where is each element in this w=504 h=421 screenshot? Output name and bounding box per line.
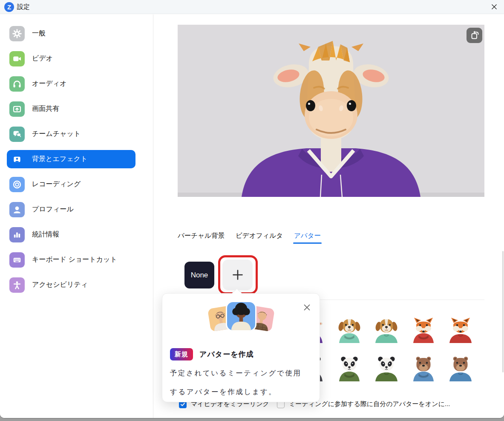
accessibility-icon bbox=[12, 280, 22, 290]
avatar-option-panda-hoodie[interactable] bbox=[336, 355, 363, 381]
avatar-option-dog-tshirt[interactable] bbox=[373, 317, 400, 343]
sidebar-item-screen-share[interactable]: 画面共有 bbox=[7, 100, 135, 118]
video-icon bbox=[12, 54, 22, 64]
sidebar-item-label: 統計情報 bbox=[32, 230, 59, 239]
create-avatar-popover: 新規 アバターを作成 予定されているミーティングで使用 するアバターを作成します… bbox=[162, 293, 320, 402]
tab-ビデオフィルタ[interactable]: ビデオフィルタ bbox=[236, 231, 283, 244]
keyboard-icon bbox=[12, 255, 22, 265]
sidebar-item-gear[interactable]: 一般 bbox=[7, 24, 135, 43]
sidebar-item-label: キーボード ショートカット bbox=[32, 255, 117, 264]
window-title: 設定 bbox=[17, 3, 30, 11]
gear-icon bbox=[12, 29, 22, 39]
sidebar-item-stats[interactable]: 統計情報 bbox=[7, 225, 135, 244]
background-icon bbox=[12, 154, 22, 164]
cow-avatar-image bbox=[178, 25, 484, 197]
sidebar-item-label: アクセシビリティ bbox=[32, 280, 88, 289]
avatar-option-beaver-hoodie[interactable] bbox=[410, 355, 437, 381]
add-avatar-button[interactable] bbox=[222, 260, 253, 290]
sidebar-item-chat[interactable]: チームチャット bbox=[7, 125, 135, 143]
stats-icon bbox=[12, 230, 22, 240]
sidebar-item-label: 一般 bbox=[32, 29, 46, 38]
avatar-option-fox-hoodie[interactable] bbox=[410, 317, 437, 343]
sidebar-item-label: 画面共有 bbox=[32, 104, 59, 113]
headphones-icon bbox=[12, 79, 22, 89]
popover-title: アバターを作成 bbox=[199, 349, 254, 359]
settings-sidebar: 一般ビデオオーディオ画面共有チームチャット背景とエフェクトレコーディングプロフィ… bbox=[0, 14, 153, 418]
avatar-examples-image bbox=[162, 302, 320, 348]
sidebar-item-record[interactable]: レコーディング bbox=[7, 175, 135, 193]
avatar-none-button[interactable]: None bbox=[184, 262, 214, 288]
rotate-icon bbox=[469, 30, 480, 41]
sidebar-item-profile[interactable]: プロフィール bbox=[7, 200, 135, 219]
tab-activeアバター[interactable]: アバター bbox=[294, 231, 321, 244]
animal-avatar-grid bbox=[299, 317, 474, 381]
record-icon bbox=[12, 179, 22, 190]
sidebar-item-keyboard[interactable]: キーボード ショートカット bbox=[7, 251, 135, 269]
rotate-avatar-button[interactable] bbox=[467, 28, 482, 43]
effects-tabs: バーチャル背景ビデオフィルタアバター bbox=[178, 231, 321, 244]
vertical-scrollbar[interactable] bbox=[502, 251, 504, 372]
screen-share-icon bbox=[12, 104, 22, 114]
sidebar-item-label: 背景とエフェクト bbox=[32, 155, 87, 164]
avatar-option-dog-hoodie[interactable] bbox=[336, 317, 363, 343]
sidebar-item-video[interactable]: ビデオ bbox=[7, 49, 135, 68]
avatar-example-middle bbox=[227, 302, 255, 330]
chat-icon bbox=[12, 129, 22, 139]
avatar-option-fox-tshirt[interactable] bbox=[447, 317, 474, 343]
desktop-background: Z 設定 一般ビデオオーディオ画面共有チームチャット背景とエフェクトレコーディン… bbox=[0, 0, 504, 421]
avatar-option-panda-tshirt[interactable] bbox=[373, 355, 400, 381]
profile-icon bbox=[12, 205, 22, 215]
avatar-option-beaver-tshirt[interactable] bbox=[447, 355, 474, 381]
sidebar-item-headphones[interactable]: オーディオ bbox=[7, 75, 135, 93]
settings-content: バーチャル背景ビデオフィルタアバター None bbox=[154, 14, 504, 418]
sidebar-item-label: オーディオ bbox=[32, 79, 67, 88]
new-badge: 新規 bbox=[170, 348, 193, 360]
sidebar-item-label: プロフィール bbox=[32, 205, 74, 214]
close-icon bbox=[491, 3, 498, 10]
plus-icon bbox=[231, 268, 244, 281]
zoom-logo: Z bbox=[4, 2, 14, 12]
zoom-settings-window: Z 設定 一般ビデオオーディオ画面共有チームチャット背景とエフェクトレコーディン… bbox=[0, 0, 504, 418]
popover-description: 予定されているミーティングで使用 するアバターを作成します。 bbox=[170, 363, 314, 401]
avatar-preview bbox=[178, 25, 484, 197]
sidebar-item-accessibility[interactable]: アクセシビリティ bbox=[7, 276, 135, 294]
close-window-button[interactable] bbox=[488, 1, 501, 13]
sidebar-item-label: チームチャット bbox=[32, 130, 81, 138]
title-bar: Z 設定 bbox=[0, 0, 504, 14]
sidebar-item-label: レコーディング bbox=[32, 180, 81, 189]
sidebar-item-background[interactable]: 背景とエフェクト bbox=[7, 150, 135, 168]
sidebar-item-label: ビデオ bbox=[32, 54, 53, 63]
tab-バーチャル背景[interactable]: バーチャル背景 bbox=[178, 231, 225, 244]
